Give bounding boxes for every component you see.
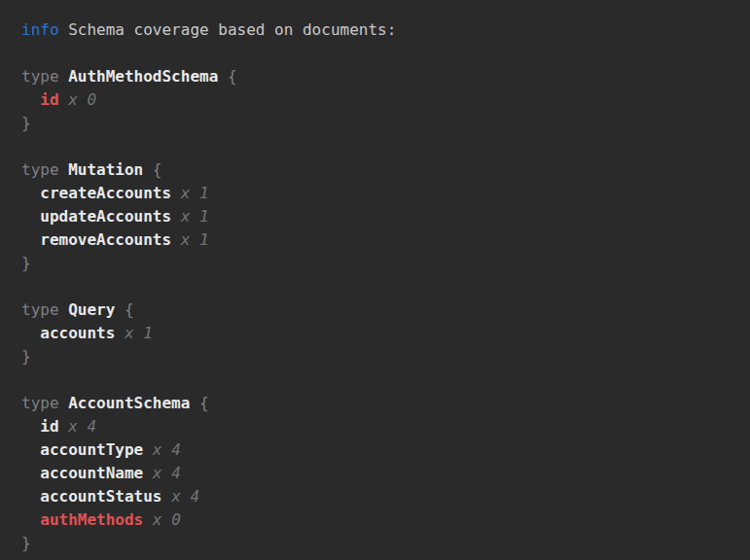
field-line: authMethods x 0 [21,508,740,532]
type-open-line: type Mutation { [21,158,740,182]
field-line: updateAccounts x 1 [21,205,740,228]
field-name: removeAccounts [40,228,171,252]
terminal-output: info Schema coverage based on documents:… [0,0,750,560]
field-count: x 1 [181,182,209,205]
field-name: accounts [40,322,115,345]
type-keyword: type [21,392,59,415]
open-brace: { [125,298,134,322]
type-keyword: type [21,65,59,88]
field-line: accountStatus x 4 [21,485,740,508]
type-close-line: } [21,345,740,368]
type-close-line: } [21,252,740,275]
field-name: id [40,88,58,112]
close-brace: } [21,345,31,368]
close-brace: } [21,252,31,275]
type-block-query: type Query { accounts x 1 } [21,298,740,368]
open-brace: { [228,65,237,88]
field-count: x 4 [171,485,199,508]
field-name: updateAccounts [40,205,171,228]
info-message: Schema coverage based on documents: [68,18,396,42]
field-line: createAccounts x 1 [21,182,740,205]
type-name: Mutation [68,158,143,182]
type-block-auth-method-schema: type AuthMethodSchema { id x 0 } [21,65,740,135]
field-line: removeAccounts x 1 [21,228,740,252]
field-line: id x 0 [21,88,740,112]
info-line: info Schema coverage based on documents: [21,18,740,42]
info-badge: info [21,18,59,42]
field-count: x 4 [153,462,181,485]
field-count: x 1 [125,322,153,345]
field-line: accountName x 4 [21,462,740,485]
type-close-line: } [21,532,740,555]
type-keyword: type [21,298,59,322]
type-open-line: type AccountSchema { [21,392,740,415]
field-name: createAccounts [40,182,171,205]
field-name: authMethods [40,508,143,532]
close-brace: } [21,112,31,135]
field-line: accounts x 1 [21,322,740,345]
type-name: Query [68,298,115,322]
field-name: accountStatus [40,485,161,508]
type-name: AuthMethodSchema [68,65,218,88]
field-count: x 4 [68,415,96,438]
type-name: AccountSchema [68,392,190,415]
type-keyword: type [21,158,59,182]
field-name: accountType [40,438,143,462]
close-brace: } [21,532,31,555]
field-line: accountType x 4 [21,438,740,462]
type-open-line: type Query { [21,298,740,322]
type-block-account-schema: type AccountSchema { id x 4 accountType … [21,392,740,555]
field-count: x 1 [181,205,209,228]
field-count: x 1 [181,228,209,252]
field-name: accountName [40,462,143,485]
type-close-line: } [21,112,740,135]
type-block-mutation: type Mutation { createAccounts x 1 updat… [21,158,740,275]
open-brace: { [199,392,209,415]
type-open-line: type AuthMethodSchema { [21,65,740,88]
field-count: x 4 [153,438,181,462]
field-count: x 0 [68,88,96,112]
open-brace: { [153,158,162,182]
field-line: id x 4 [21,415,740,438]
field-name: id [40,415,58,438]
field-count: x 0 [153,508,181,532]
